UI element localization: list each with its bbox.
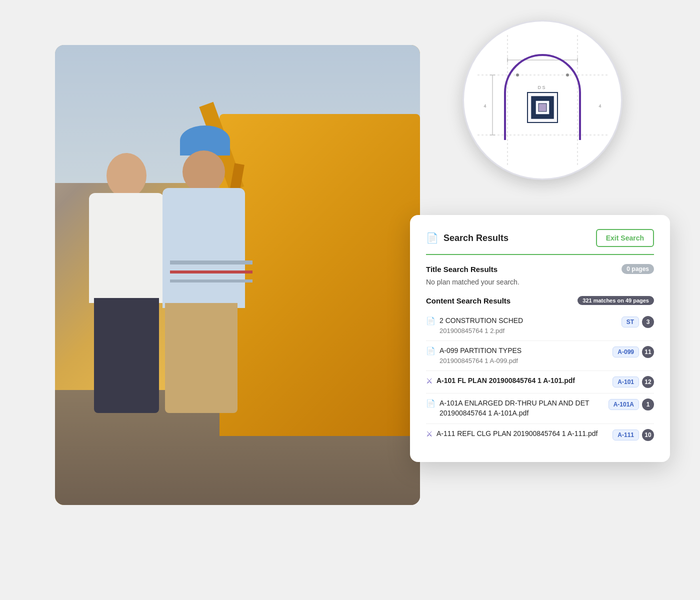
result-item[interactable]: 📄 2 CONSTRUTION SCHED201900845764 1 2.pd… bbox=[426, 311, 654, 341]
result-item[interactable]: ⚔ A-101 FL PLAN 201900845764 1 A-101.pdf… bbox=[426, 371, 654, 394]
person-icon: ⚔ bbox=[426, 430, 432, 438]
document-icon: 📄 bbox=[426, 346, 436, 356]
content-section-header: Content Search Results 321 matches on 49… bbox=[426, 296, 654, 305]
result-tag[interactable]: A-099 bbox=[612, 346, 639, 358]
result-left: ⚔ A-101 FL PLAN 201900845764 1 A-101.pdf bbox=[426, 376, 606, 386]
svg-rect-13 bbox=[538, 104, 546, 112]
result-name: A-099 PARTITION TYPES201900845764 1 A-09… bbox=[440, 346, 522, 366]
panel-title: Search Results bbox=[444, 233, 508, 244]
result-right: A-101A 1 bbox=[608, 398, 654, 410]
result-tag[interactable]: A-101A bbox=[608, 399, 639, 410]
result-right: A-101 12 bbox=[612, 376, 654, 388]
result-name: 2 CONSTRUTION SCHED201900845764 1 2.pdf bbox=[440, 316, 523, 336]
result-count: 1 bbox=[642, 398, 654, 410]
person-icon: ⚔ bbox=[426, 376, 432, 386]
exit-search-button[interactable]: Exit Search bbox=[596, 229, 654, 247]
title-badge: 0 pages bbox=[622, 264, 654, 274]
svg-text:4: 4 bbox=[598, 104, 601, 108]
result-count: 12 bbox=[642, 376, 654, 388]
result-left: 📄 A-101A ENLARGED DR-THRU PLAN AND DET 2… bbox=[426, 398, 602, 418]
background-photo bbox=[55, 45, 420, 505]
content-matches-badge: 321 matches on 49 pages bbox=[578, 296, 654, 305]
result-right: A-111 10 bbox=[612, 429, 654, 441]
panel-header: 📄 Search Results Exit Search bbox=[426, 229, 654, 255]
document-icon: 📄 bbox=[426, 232, 438, 244]
svg-point-17 bbox=[516, 74, 519, 76]
result-left: 📄 2 CONSTRUTION SCHED201900845764 1 2.pd… bbox=[426, 316, 616, 336]
result-item[interactable]: ⚔ A-111 REFL CLG PLAN 201900845764 1 A-1… bbox=[426, 424, 654, 446]
no-match-message: No plan matched your search. bbox=[426, 278, 654, 286]
result-right: A-099 11 bbox=[612, 346, 654, 358]
result-left: ⚔ A-111 REFL CLG PLAN 201900845764 1 A-1… bbox=[426, 429, 606, 439]
result-count: 3 bbox=[642, 316, 654, 328]
result-tag[interactable]: A-111 bbox=[612, 430, 639, 440]
result-name: A-111 REFL CLG PLAN 201900845764 1 A-111… bbox=[436, 429, 598, 439]
result-left: 📄 A-099 PARTITION TYPES201900845764 1 A-… bbox=[426, 346, 606, 366]
document-icon: 📄 bbox=[426, 316, 436, 326]
result-right: ST 3 bbox=[622, 316, 654, 328]
blueprint-diagram: D S 4 4 bbox=[462, 20, 622, 180]
svg-point-18 bbox=[566, 74, 569, 76]
document-icon: 📄 bbox=[426, 399, 436, 408]
result-name: A-101A ENLARGED DR-THRU PLAN AND DET 201… bbox=[440, 398, 602, 418]
result-count: 11 bbox=[642, 346, 654, 358]
result-item[interactable]: 📄 A-101A ENLARGED DR-THRU PLAN AND DET 2… bbox=[426, 394, 654, 424]
panel-title-row: 📄 Search Results bbox=[426, 232, 508, 244]
svg-text:4: 4 bbox=[484, 104, 486, 108]
title-section-header: Title Search Results 0 pages bbox=[426, 264, 654, 274]
search-results-panel: 📄 Search Results Exit Search Title Searc… bbox=[410, 215, 670, 462]
title-section-label: Title Search Results bbox=[426, 265, 498, 274]
svg-text:D S: D S bbox=[538, 85, 545, 90]
result-tag[interactable]: A-101 bbox=[612, 376, 639, 388]
result-tag[interactable]: ST bbox=[622, 316, 639, 328]
result-item[interactable]: 📄 A-099 PARTITION TYPES201900845764 1 A-… bbox=[426, 341, 654, 371]
result-name: A-101 FL PLAN 201900845764 1 A-101.pdf bbox=[436, 376, 575, 386]
scene: D S 4 4 📄 Search Results Exit Search Tit… bbox=[0, 0, 700, 600]
content-section-label: Content Search Results bbox=[426, 296, 510, 305]
results-list: 📄 2 CONSTRUTION SCHED201900845764 1 2.pd… bbox=[426, 311, 654, 446]
result-count: 10 bbox=[642, 429, 654, 441]
